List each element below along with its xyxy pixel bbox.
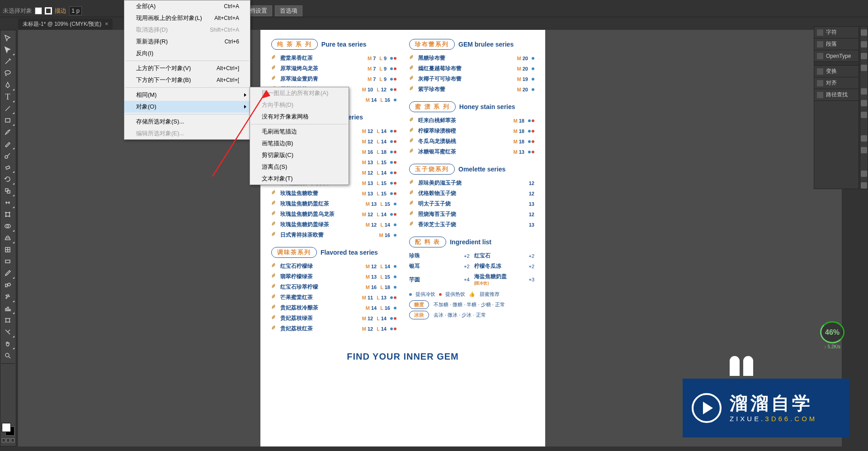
leaf-icon bbox=[271, 222, 277, 228]
brushes-panel-icon[interactable] bbox=[861, 53, 867, 59]
dock-panel-button[interactable]: 路径查找 bbox=[814, 89, 859, 101]
fill-color[interactable] bbox=[2, 423, 11, 432]
close-icon[interactable]: × bbox=[105, 21, 108, 27]
eraser-tool[interactable] bbox=[0, 161, 15, 173]
transparency-panel-icon[interactable] bbox=[861, 112, 867, 118]
hand-tool[interactable] bbox=[0, 338, 15, 350]
toolbox: T bbox=[0, 30, 16, 446]
symbol-sprayer-tool[interactable] bbox=[0, 291, 15, 303]
artboards-panel-icon[interactable] bbox=[861, 182, 867, 189]
menu-item[interactable]: 对象(O) bbox=[124, 101, 250, 113]
dock-panel-button[interactable]: 字符 bbox=[814, 27, 859, 38]
color-panel-icon[interactable] bbox=[861, 29, 867, 36]
play-icon bbox=[692, 393, 722, 423]
submenu-item[interactable]: 游离点(S) bbox=[250, 161, 349, 173]
preferences-button[interactable]: 首选项 bbox=[275, 5, 302, 16]
paintbrush-tool[interactable] bbox=[0, 126, 15, 138]
menu-item-row: 原萃滋烤乌龙茶M 7L 9 bbox=[271, 65, 396, 72]
dock-panel-button[interactable]: 变换 bbox=[814, 66, 859, 77]
menu-item[interactable]: 存储所选对象(S)... bbox=[124, 116, 250, 128]
submenu-item: 方向手柄(D) bbox=[250, 99, 349, 111]
slice-tool[interactable] bbox=[0, 326, 15, 338]
pencil-tool[interactable] bbox=[0, 138, 15, 150]
leaf-icon bbox=[409, 139, 415, 144]
fps-widget: 46% ↓ 5.2K/s bbox=[818, 321, 846, 349]
symbols-panel-icon[interactable] bbox=[861, 65, 867, 71]
dock-panel-button[interactable]: OpenType bbox=[814, 50, 859, 62]
pen-tool[interactable] bbox=[0, 79, 15, 91]
leaf-icon bbox=[271, 295, 277, 300]
leaf-icon bbox=[409, 87, 415, 92]
menu-item-row: 冬瓜乌龙渍杨桃M 18 bbox=[409, 138, 534, 145]
svg-point-29 bbox=[5, 353, 9, 357]
dock-panel-button[interactable]: 段落 bbox=[814, 38, 859, 50]
menu-item-row: 玫瑰盐焦糖奶盖绿茶M 12L 14 bbox=[271, 221, 396, 228]
menu-item-row: 紫芋珍布蕾M 20 bbox=[409, 85, 534, 93]
color-controls[interactable] bbox=[0, 420, 16, 446]
menu-item[interactable]: 重新选择(R)Ctrl+6 bbox=[124, 36, 250, 47]
menu-item[interactable]: 相同(M) bbox=[124, 89, 250, 101]
menu-item[interactable]: 全部(A)Ctrl+A bbox=[124, 0, 250, 12]
magic-wand-tool[interactable] bbox=[0, 56, 15, 67]
svg-line-30 bbox=[9, 356, 10, 358]
leaf-icon bbox=[271, 66, 277, 71]
menu-item-row: 明太子玉子烧13 bbox=[409, 200, 534, 208]
zoom-tool[interactable] bbox=[0, 350, 15, 361]
svg-point-20 bbox=[6, 295, 7, 296]
appearance-panel-icon[interactable] bbox=[861, 135, 867, 142]
menu-item-row: 黑糖珍布蕾M 20 bbox=[409, 54, 534, 62]
rectangle-tool[interactable] bbox=[0, 114, 15, 126]
section-en: Pure tea series bbox=[321, 41, 367, 48]
stroke-swatch[interactable] bbox=[45, 7, 52, 14]
direct-selection-tool[interactable] bbox=[0, 44, 15, 56]
blob-brush-tool[interactable] bbox=[0, 150, 15, 161]
fill-swatch[interactable] bbox=[35, 7, 42, 14]
document-tabs: 未标题-1* @ 109% (CMYK/预览) × bbox=[18, 18, 113, 30]
type-tool[interactable]: T bbox=[0, 91, 15, 103]
artboard-tool[interactable] bbox=[0, 314, 15, 326]
ingredient-row: 珍珠+2红宝石+2 bbox=[409, 252, 534, 260]
gradient-tool[interactable] bbox=[0, 256, 15, 267]
stroke-weight-field[interactable]: 1 p bbox=[69, 6, 82, 15]
free-transform-tool[interactable] bbox=[0, 209, 15, 220]
menu-item[interactable]: 反向(I) bbox=[124, 47, 250, 59]
brand-watermark: 溜溜自学 ZIXUE.3D66.COM bbox=[683, 379, 850, 437]
submenu-item[interactable]: 画笔描边(B) bbox=[250, 138, 349, 149]
svg-rect-17 bbox=[5, 260, 10, 263]
blend-tool[interactable] bbox=[0, 279, 15, 291]
submenu-item[interactable]: 没有对齐像素网格 bbox=[250, 111, 349, 123]
menu-item-row: 香浓芝士玉子烧13 bbox=[409, 221, 534, 228]
submenu-item[interactable]: 文本对象(T) bbox=[250, 173, 349, 185]
graphic-styles-panel-icon[interactable] bbox=[861, 147, 867, 153]
selection-tool[interactable] bbox=[0, 32, 15, 44]
menu-item[interactable]: 上方的下一个对象(V)Alt+Ctrl+] bbox=[124, 62, 250, 74]
dock-panel-button[interactable]: 对齐 bbox=[814, 77, 859, 89]
scale-tool[interactable] bbox=[0, 185, 15, 197]
gradient-panel-icon[interactable] bbox=[861, 100, 867, 106]
mesh-tool[interactable] bbox=[0, 244, 15, 256]
svg-point-19 bbox=[8, 283, 10, 286]
lasso-tool[interactable] bbox=[0, 67, 15, 79]
shape-builder-tool[interactable] bbox=[0, 220, 15, 232]
line-tool[interactable] bbox=[0, 103, 15, 114]
submenu-item[interactable]: 毛刷画笔描边 bbox=[250, 126, 349, 138]
layers-panel-icon[interactable] bbox=[861, 171, 867, 177]
svg-rect-26 bbox=[7, 307, 9, 311]
stroke-panel-icon[interactable] bbox=[861, 88, 867, 95]
column-graph-tool[interactable] bbox=[0, 303, 15, 314]
menu-item[interactable]: 现用画板上的全部对象(L)Alt+Ctrl+A bbox=[124, 12, 250, 24]
menu-item-row: 优格榖物玉子烧12 bbox=[409, 190, 534, 197]
fps-sub: ↓ 5.2K/s bbox=[824, 344, 840, 349]
mascot-ears bbox=[728, 356, 755, 374]
eyedropper-tool[interactable] bbox=[0, 267, 15, 279]
swatches-panel-icon[interactable] bbox=[861, 41, 867, 47]
width-tool[interactable] bbox=[0, 197, 15, 209]
menu-item[interactable]: 下方的下一个对象(B)Alt+Ctrl+[ bbox=[124, 74, 250, 86]
submenu-item[interactable]: 剪切蒙版(C) bbox=[250, 149, 349, 161]
document-tab[interactable]: 未标题-1* @ 109% (CMYK/预览) × bbox=[18, 19, 113, 30]
section-en: GEM brulee series bbox=[458, 41, 514, 48]
perspective-grid-tool[interactable] bbox=[0, 232, 15, 244]
menu-item-row: 玫瑰盐焦糖奶盖乌龙茶M 12L 14 bbox=[271, 210, 396, 218]
menu-section: 调味茶系列Flavored tea series 红宝石柠檬绿M 12L 14翡… bbox=[271, 247, 396, 332]
rotate-tool[interactable] bbox=[0, 173, 15, 185]
